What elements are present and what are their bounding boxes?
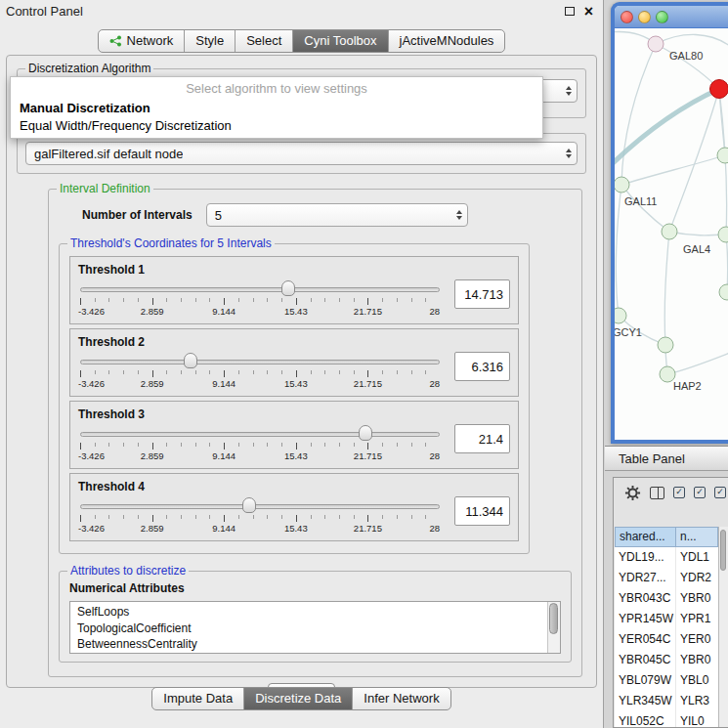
slider-thumb[interactable] bbox=[359, 425, 372, 441]
tab-cyni-toolbox[interactable]: Cyni Toolbox bbox=[292, 30, 387, 52]
network-node[interactable] bbox=[717, 148, 728, 163]
list-scrollbar[interactable] bbox=[547, 602, 560, 653]
network-node[interactable] bbox=[719, 284, 728, 300]
network-node[interactable] bbox=[658, 337, 673, 353]
network-node-gal11[interactable] bbox=[615, 177, 629, 193]
tab-network[interactable]: Network bbox=[99, 30, 185, 52]
threshold-slider[interactable]: -3.4262.8599.14415.4321.71528 bbox=[78, 495, 442, 538]
table-scrollbar[interactable] bbox=[718, 527, 728, 727]
table-cell[interactable]: YDL1 bbox=[676, 547, 718, 568]
table-cell[interactable]: YDR27... bbox=[615, 568, 676, 588]
checkbox-icon[interactable]: ✓ bbox=[673, 487, 685, 498]
popup-item-equal-width-frequency[interactable]: Equal Width/Frequency Discretization bbox=[11, 116, 542, 134]
table-cell[interactable]: YPR1 bbox=[676, 609, 718, 629]
num-intervals-combobox[interactable]: 5 bbox=[206, 203, 468, 227]
table-cell[interactable]: YBL0 bbox=[676, 670, 718, 691]
table-cell[interactable]: YBR045C bbox=[615, 650, 676, 670]
table-cell[interactable]: YPR145W bbox=[615, 609, 676, 629]
table-row[interactable]: YBR045CYBR0 bbox=[615, 650, 718, 670]
table-row[interactable]: YER054CYER0 bbox=[615, 629, 718, 650]
tab-infer-network[interactable]: Infer Network bbox=[352, 688, 450, 709]
slider-track bbox=[80, 504, 440, 509]
table-cell[interactable]: YBR0 bbox=[676, 650, 718, 670]
network-edge[interactable] bbox=[615, 89, 719, 167]
attribute-item[interactable]: BetweennessCentrality bbox=[77, 636, 544, 653]
network-node[interactable] bbox=[710, 80, 728, 99]
numerical-attributes-list[interactable]: SelfLoopsTopologicalCoefficientBetweenne… bbox=[69, 601, 561, 654]
tab-style[interactable]: Style bbox=[184, 30, 235, 52]
popup-item-manual-discretization[interactable]: Manual Discretization bbox=[11, 99, 542, 116]
network-edge[interactable] bbox=[621, 185, 669, 232]
network-edge[interactable] bbox=[667, 353, 728, 374]
tab-impute-data[interactable]: Impute Data bbox=[152, 688, 243, 709]
table-data-combobox[interactable]: galFiltered.sif default node bbox=[25, 142, 578, 165]
window-minimize-icon[interactable] bbox=[638, 11, 651, 23]
threshold-value-input[interactable] bbox=[454, 424, 510, 453]
threshold-slider[interactable]: -3.4262.8599.14415.4321.71528 bbox=[78, 278, 442, 321]
tick-label: 15.43 bbox=[284, 306, 308, 317]
network-edge[interactable] bbox=[669, 232, 726, 236]
table-row[interactable]: YPR145WYPR1 bbox=[615, 609, 718, 629]
table-scrollbar-thumb[interactable] bbox=[720, 530, 726, 571]
attribute-item[interactable]: TopologicalCoefficient bbox=[77, 621, 544, 637]
list-scrollbar-thumb[interactable] bbox=[549, 603, 558, 634]
threshold-value-input[interactable] bbox=[454, 352, 510, 381]
table-panel-titlebar: Table Panel bbox=[605, 446, 728, 471]
table-row[interactable]: YDL19...YDL1 bbox=[615, 547, 718, 568]
table-cell[interactable]: YIL0 bbox=[676, 711, 718, 728]
network-edge[interactable] bbox=[621, 44, 656, 185]
threshold-label: Threshold 2 bbox=[78, 335, 510, 349]
tick-label: 15.43 bbox=[284, 378, 308, 389]
table-row[interactable]: YIL052CYIL0 bbox=[615, 711, 718, 728]
network-edge[interactable] bbox=[616, 185, 621, 316]
network-node[interactable] bbox=[718, 227, 728, 242]
threshold-value-input[interactable] bbox=[454, 496, 510, 526]
table-cell[interactable]: YLR345W bbox=[615, 691, 676, 711]
tab-select[interactable]: Select bbox=[235, 30, 292, 52]
slider-thumb[interactable] bbox=[281, 280, 295, 296]
network-canvas[interactable]: GAL80GAL11GAL4GCY1HAP2 bbox=[615, 28, 728, 439]
checkbox-icon[interactable]: ✓ bbox=[714, 487, 726, 498]
slider-thumb[interactable] bbox=[184, 353, 197, 368]
columns-icon[interactable] bbox=[650, 487, 664, 499]
tab-discretize-data[interactable]: Discretize Data bbox=[243, 688, 352, 709]
table-row[interactable]: YLR345WYLR3 bbox=[615, 691, 718, 711]
window-close-icon[interactable] bbox=[621, 11, 633, 23]
network-window-titlebar[interactable] bbox=[615, 6, 728, 28]
network-edge[interactable] bbox=[726, 235, 728, 292]
network-edge[interactable] bbox=[719, 89, 725, 155]
table-row[interactable]: YBR043CYBR0 bbox=[615, 588, 718, 609]
table-cell[interactable]: YLR3 bbox=[676, 691, 718, 711]
combo-stepper-icon bbox=[450, 210, 462, 220]
checkbox-icon[interactable]: ✓ bbox=[694, 487, 706, 498]
gear-icon[interactable] bbox=[624, 485, 641, 501]
table-cell[interactable]: YER0 bbox=[676, 629, 718, 650]
table-cell[interactable]: YDL19... bbox=[615, 547, 676, 568]
threshold-slider[interactable]: -3.4262.8599.14415.4321.71528 bbox=[78, 351, 442, 394]
network-edge[interactable] bbox=[656, 34, 728, 46]
threshold-slider[interactable]: -3.4262.8599.14415.4321.71528 bbox=[78, 423, 442, 466]
window-zoom-icon[interactable] bbox=[656, 11, 668, 23]
attribute-item[interactable]: SelfLoops bbox=[77, 604, 544, 621]
network-node-gcy1[interactable] bbox=[615, 308, 626, 323]
network-edge[interactable] bbox=[664, 232, 669, 345]
table-cell[interactable]: YBR0 bbox=[676, 588, 718, 609]
table-cell[interactable]: YIL052C bbox=[615, 711, 676, 728]
network-node-gal4[interactable] bbox=[662, 224, 677, 239]
network-node-gal80[interactable] bbox=[648, 36, 664, 52]
close-panel-icon[interactable]: × bbox=[584, 6, 593, 18]
table-row[interactable]: YBL079WYBL0 bbox=[615, 670, 718, 691]
tab-jactivemnodules[interactable]: jActiveMNodules bbox=[388, 30, 505, 52]
threshold-value-input[interactable] bbox=[454, 279, 510, 309]
slider-thumb[interactable] bbox=[242, 497, 256, 513]
node-label: GCY1 bbox=[615, 326, 642, 338]
table-cell[interactable]: YER054C bbox=[615, 629, 676, 650]
column-header-shared-name[interactable]: shared... bbox=[615, 527, 676, 547]
table-cell[interactable]: YDR2 bbox=[676, 568, 718, 588]
column-header-name[interactable]: n... bbox=[676, 527, 718, 547]
table-row[interactable]: YDR27...YDR2 bbox=[615, 568, 718, 588]
table-cell[interactable]: YBR043C bbox=[615, 588, 676, 609]
network-edge[interactable] bbox=[621, 155, 725, 185]
float-panel-icon[interactable] bbox=[565, 7, 575, 16]
table-cell[interactable]: YBL079W bbox=[615, 670, 676, 691]
